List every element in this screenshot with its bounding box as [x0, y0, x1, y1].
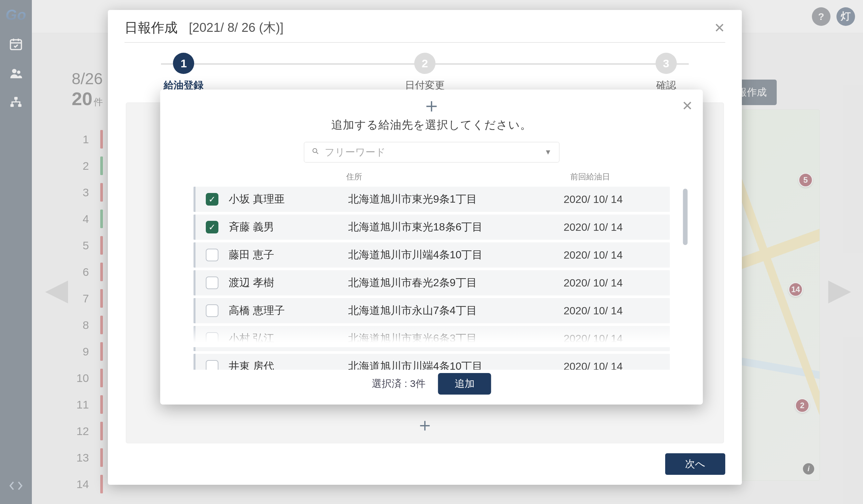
step-number: 2	[414, 53, 436, 74]
checkbox[interactable]: ✓	[206, 193, 218, 206]
cell-name: 小村 弘江	[229, 331, 348, 346]
next-button[interactable]: 次へ	[665, 453, 725, 475]
destination-picker-modal: ✕ ＋ 追加する給油先を選択してください。 ▼ 住所 前回給油日 ✓小坂 真理亜…	[160, 90, 703, 404]
table-row[interactable]: 渡辺 孝樹北海道旭川市春光2条9丁目2020/ 10/ 14	[193, 270, 670, 295]
search-field[interactable]: ▼	[304, 142, 559, 163]
cell-date: 2020/ 10/ 14	[564, 277, 663, 289]
modal-title: 日報作成	[124, 18, 178, 37]
cell-date: 2020/ 10/ 14	[564, 249, 663, 261]
close-icon[interactable]: ✕	[714, 20, 725, 36]
cell-name: 小坂 真理亜	[229, 192, 348, 207]
picker-title: 追加する給油先を選択してください。	[174, 117, 690, 133]
checkbox[interactable]	[206, 249, 218, 261]
step-1[interactable]: 1 給油登録	[142, 53, 225, 92]
checkbox[interactable]	[206, 276, 218, 289]
cell-address: 北海道旭川市永山7条4丁目	[348, 303, 564, 318]
selected-count: 選択済 : 3件	[372, 377, 426, 391]
add-button[interactable]: 追加	[438, 373, 491, 395]
cell-address: 北海道旭川市川端4条10丁目	[348, 248, 564, 262]
table-row[interactable]: 小村 弘江北海道旭川市東光6条3丁目2020/ 10/ 14	[193, 326, 670, 351]
table-header: 住所 前回給油日	[174, 171, 690, 184]
cell-date: 2020/ 10/ 14	[564, 360, 663, 370]
chevron-down-icon[interactable]: ▼	[545, 148, 552, 156]
search-input[interactable]	[325, 146, 539, 158]
svg-point-6	[313, 148, 317, 153]
step-number: 3	[655, 53, 677, 74]
step-2[interactable]: 2 日付変更	[383, 53, 466, 92]
table-row[interactable]: 井東 房代北海道旭川市川端4条10丁目2020/ 10/ 14	[193, 354, 670, 370]
scrollbar-thumb[interactable]	[683, 189, 688, 245]
step-3[interactable]: 3 確認	[625, 53, 708, 92]
cell-date: 2020/ 10/ 14	[564, 333, 663, 345]
checkbox[interactable]: ✓	[206, 221, 218, 233]
search-icon	[311, 147, 319, 157]
cell-name: 藤田 恵子	[229, 248, 348, 262]
checkbox[interactable]	[206, 305, 218, 317]
table-row[interactable]: 高橋 恵理子北海道旭川市永山7条4丁目2020/ 10/ 14	[193, 298, 670, 323]
table-row[interactable]: ✓斉藤 義男北海道旭川市東光18条6丁目2020/ 10/ 14	[193, 215, 670, 240]
checkbox[interactable]	[206, 332, 218, 345]
modal-date: [2021/ 8/ 26 (木)]	[189, 19, 284, 36]
cell-address: 北海道旭川市東光6条3丁目	[348, 331, 564, 346]
col-lastfuel: 前回給油日	[570, 171, 670, 182]
cell-address: 北海道旭川市東光18条6丁目	[348, 220, 564, 234]
cell-name: 高橋 恵理子	[229, 303, 348, 318]
selected-suffix: 件	[415, 378, 426, 389]
table-row[interactable]: ✓小坂 真理亜北海道旭川市東光9条1丁目2020/ 10/ 14	[193, 187, 670, 212]
cell-address: 北海道旭川市東光9条1丁目	[348, 192, 564, 207]
cell-date: 2020/ 10/ 14	[564, 221, 663, 233]
cell-name: 井東 房代	[229, 359, 348, 370]
cell-date: 2020/ 10/ 14	[564, 305, 663, 317]
cell-name: 渡辺 孝樹	[229, 275, 348, 290]
picker-table: 住所 前回給油日 ✓小坂 真理亜北海道旭川市東光9条1丁目2020/ 10/ 1…	[174, 171, 690, 370]
cell-date: 2020/ 10/ 14	[564, 193, 663, 206]
table-row[interactable]: 藤田 恵子北海道旭川市川端4条10丁目2020/ 10/ 14	[193, 242, 670, 268]
selected-number: 3	[410, 378, 415, 389]
plus-icon: ＋	[174, 95, 690, 115]
cell-address: 北海道旭川市春光2条9丁目	[348, 275, 564, 290]
table-body: ✓小坂 真理亜北海道旭川市東光9条1丁目2020/ 10/ 14✓斉藤 義男北海…	[174, 184, 690, 370]
step-number: 1	[173, 53, 194, 74]
selected-prefix: 選択済 :	[372, 378, 410, 389]
close-icon[interactable]: ✕	[682, 98, 693, 113]
cell-name: 斉藤 義男	[229, 220, 348, 234]
plus-icon[interactable]: ＋	[415, 413, 434, 438]
cell-address: 北海道旭川市川端4条10丁目	[348, 359, 564, 370]
checkbox[interactable]	[206, 360, 218, 370]
col-address: 住所	[346, 171, 570, 182]
divider	[124, 42, 725, 43]
